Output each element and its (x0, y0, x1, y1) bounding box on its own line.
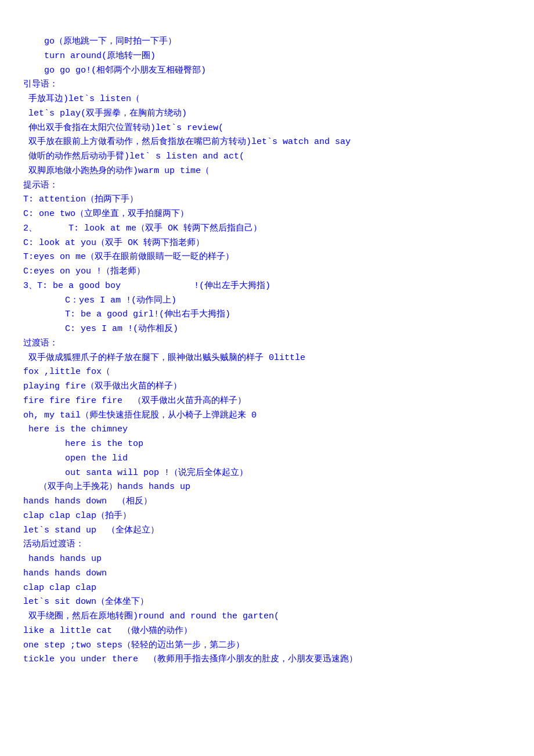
main-content: go（原地跳一下，同时拍一下手） turn around(原地转一圈) go g… (23, 35, 511, 667)
